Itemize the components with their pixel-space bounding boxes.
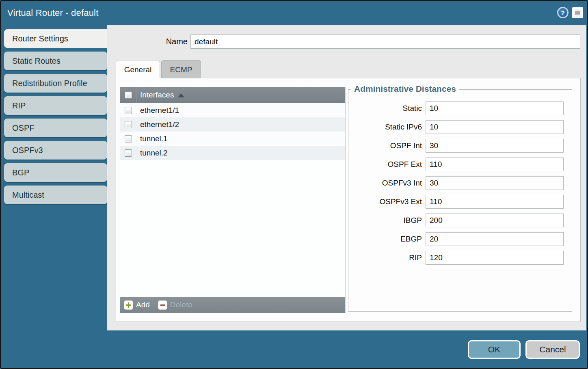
ospfv3-int-label: OSPFv3 Int: [348, 179, 426, 188]
row-checkbox[interactable]: [125, 149, 132, 157]
row-checkbox[interactable]: [125, 107, 132, 114]
field-row-static: Static: [348, 101, 572, 115]
administrative-distances-group: Administrative Distances Static Static I…: [348, 89, 572, 312]
field-row-ospf-int: OSPF Int: [348, 139, 572, 153]
field-row-ospfv3-ext: OSPFv3 Ext: [348, 195, 572, 209]
select-all-cell: [120, 87, 136, 103]
content-panel: Name General ECMP Interfaces ethernet1/1: [107, 25, 586, 330]
static-input[interactable]: [426, 101, 564, 115]
sidebar-item-ospfv3[interactable]: OSPFv3: [4, 141, 107, 160]
interfaces-table-header: Interfaces: [120, 87, 345, 103]
tab-general[interactable]: General: [116, 60, 160, 78]
interface-name: ethernet1/1: [136, 106, 179, 115]
window-restore-icon-inner: [575, 11, 580, 15]
add-button-label: Add: [136, 300, 150, 309]
ospf-ext-label: OSPF Ext: [348, 160, 426, 169]
field-row-ospf-ext: OSPF Ext: [348, 158, 572, 171]
sidebar-item-ospf[interactable]: OSPF: [4, 119, 107, 137]
ospfv3-ext-input[interactable]: [426, 195, 564, 209]
window-restore-icon[interactable]: [572, 7, 583, 18]
static-ipv6-label: Static IPv6: [348, 123, 426, 132]
rip-input[interactable]: [426, 251, 564, 265]
sidebar-item-router-settings[interactable]: Router Settings: [4, 29, 107, 48]
interface-name: tunnel.1: [136, 134, 168, 143]
row-checkbox[interactable]: [125, 121, 132, 128]
sidebar-item-redistribution-profile[interactable]: Redistribution Profile: [4, 74, 107, 93]
add-button[interactable]: Add: [124, 300, 150, 310]
field-row-ospfv3-int: OSPFv3 Int: [348, 176, 572, 190]
rip-label: RIP: [348, 253, 426, 262]
ibgp-input[interactable]: [426, 214, 564, 227]
table-row[interactable]: ethernet1/1: [120, 103, 345, 117]
minus-icon: [158, 300, 167, 310]
row-checkbox-cell: [120, 103, 136, 117]
ebgp-label: EBGP: [348, 235, 426, 244]
name-input[interactable]: [190, 35, 580, 49]
row-checkbox-cell: [120, 146, 136, 160]
ospf-int-label: OSPF Int: [348, 141, 426, 150]
field-row-static-ipv6: Static IPv6: [348, 120, 572, 134]
row-checkbox-cell: [120, 132, 136, 146]
interface-name: tunnel.2: [136, 149, 168, 158]
sidebar-item-static-routes[interactable]: Static Routes: [4, 52, 107, 70]
table-row[interactable]: tunnel.2: [120, 146, 345, 160]
interfaces-column-header[interactable]: Interfaces: [136, 91, 174, 99]
ospfv3-int-input[interactable]: [426, 176, 564, 190]
help-icon-glyph: ?: [561, 9, 564, 16]
interface-name: ethernet1/2: [136, 120, 179, 129]
sidebar: Router Settings Static Routes Redistribu…: [4, 29, 107, 208]
field-row-rip: RIP: [348, 251, 572, 265]
cancel-button[interactable]: Cancel: [525, 340, 580, 359]
sidebar-item-rip[interactable]: RIP: [4, 96, 107, 115]
field-row-ebgp: EBGP: [348, 232, 572, 246]
interfaces-table: Interfaces ethernet1/1 ethernet1/2 tunne…: [120, 87, 346, 313]
row-checkbox[interactable]: [125, 135, 132, 142]
ibgp-label: IBGP: [348, 216, 426, 225]
help-icon[interactable]: ?: [557, 7, 569, 18]
plus-icon: [124, 300, 133, 310]
static-label: Static: [348, 104, 426, 113]
table-row[interactable]: ethernet1/2: [120, 117, 345, 132]
tab-ecmp[interactable]: ECMP: [161, 60, 201, 78]
general-tab-panel: Interfaces ethernet1/1 ethernet1/2 tunne…: [116, 78, 581, 322]
field-row-ibgp: IBGP: [348, 214, 572, 227]
ospfv3-ext-label: OSPFv3 Ext: [348, 197, 426, 206]
administrative-distances-legend: Administrative Distances: [351, 84, 459, 94]
interfaces-table-footer: Add Delete: [120, 297, 345, 313]
select-all-checkbox[interactable]: [125, 91, 132, 99]
ospf-int-input[interactable]: [426, 139, 564, 153]
name-label: Name: [164, 37, 188, 46]
delete-button-label: Delete: [170, 300, 192, 309]
sort-ascending-icon[interactable]: [178, 93, 184, 97]
sidebar-item-bgp[interactable]: BGP: [4, 163, 107, 182]
virtual-router-dialog: Virtual Router - default ? Router Settin…: [0, 0, 588, 369]
dialog-title: Virtual Router - default: [7, 1, 99, 25]
table-row[interactable]: tunnel.1: [120, 132, 345, 146]
titlebar: Virtual Router - default ?: [1, 1, 587, 25]
ospf-ext-input[interactable]: [426, 158, 564, 171]
static-ipv6-input[interactable]: [426, 120, 564, 134]
interfaces-table-body: ethernet1/1 ethernet1/2 tunnel.1 tunnel.…: [120, 103, 345, 297]
row-checkbox-cell: [120, 117, 136, 132]
ok-button[interactable]: OK: [468, 340, 521, 359]
sidebar-item-multicast[interactable]: Multicast: [4, 186, 107, 204]
delete-button[interactable]: Delete: [158, 300, 192, 310]
ebgp-input[interactable]: [426, 232, 564, 246]
